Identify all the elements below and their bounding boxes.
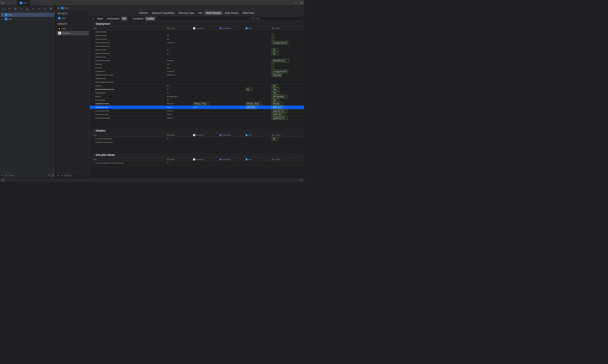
build-setting-row[interactable]: Targeted Device Families iPhone, iPad⌃⌄ … bbox=[90, 102, 304, 105]
remove-target-button[interactable]: − bbox=[61, 174, 63, 177]
build-setting-row[interactable]: ▶iOS Deployment Target iOS 13.0⌃⌄ iOS 13… bbox=[90, 105, 304, 109]
build-setting-row[interactable]: Alternate Install Group staff bbox=[90, 34, 304, 37]
tab-general[interactable]: General bbox=[138, 11, 150, 15]
jump-bar-item[interactable]: Runner bbox=[65, 7, 68, 9]
display-combined[interactable]: Combined bbox=[131, 17, 145, 20]
tab-info[interactable]: Info bbox=[197, 11, 204, 15]
filter-icon[interactable] bbox=[65, 174, 65, 177]
build-setting-row[interactable]: ▶macOS Deployment Target macOS 13.1⌃⌄ ma… bbox=[90, 109, 304, 113]
svg-point-16 bbox=[27, 9, 27, 10]
build-setting-row[interactable]: DriverKit Deployment Target DriverKit 22… bbox=[90, 59, 304, 63]
scm-filter-pill[interactable] bbox=[5, 174, 8, 177]
scope-all[interactable]: All bbox=[121, 17, 127, 20]
debug-navigator-icon[interactable] bbox=[37, 7, 41, 11]
build-setting-row[interactable]: watchOS Deployment Target watchOS 9.1⌃⌄ … bbox=[90, 116, 304, 120]
scope-basic[interactable]: Basic bbox=[96, 17, 105, 20]
disclosure-icon[interactable]: ▶ bbox=[2, 14, 4, 16]
source-control-navigator-icon[interactable] bbox=[7, 7, 12, 11]
add-button[interactable]: + bbox=[1, 174, 4, 177]
section-header[interactable]: Info.plist Values bbox=[90, 153, 304, 157]
app-icon bbox=[61, 7, 64, 9]
add-build-setting-button[interactable]: + bbox=[92, 17, 95, 20]
tree-item-runner[interactable]: ▶ Runner bbox=[1, 13, 55, 17]
toggle-left-panel-button[interactable] bbox=[0, 1, 5, 5]
enable-code-review-button[interactable] bbox=[293, 1, 298, 5]
scope-customized[interactable]: Customized bbox=[105, 17, 121, 20]
col-project: ▶Runner bbox=[245, 158, 272, 160]
build-setting-row[interactable]: Alternate Install Owner julia bbox=[90, 37, 304, 41]
build-setting-row[interactable]: Alternate Permissions Files bbox=[90, 45, 304, 48]
target-item-runneruitests[interactable]: RunnerUITests bbox=[57, 31, 89, 36]
toggle-debug-area-button[interactable] bbox=[300, 179, 303, 181]
symbol-navigator-icon[interactable] bbox=[13, 7, 18, 11]
build-setting-row[interactable]: Strip Style Non-Global Symbols⌃⌄ All Sym… bbox=[90, 95, 304, 98]
tab-build-rules[interactable]: Build Rules bbox=[241, 11, 256, 15]
build-setting-row[interactable]: Skip Install Yes⌃⌄ No⌃⌄ bbox=[90, 84, 304, 88]
find-navigator-icon[interactable] bbox=[19, 7, 24, 11]
build-setting-row[interactable]: Installation Build Products Location /tm… bbox=[90, 73, 304, 77]
nav-back-button[interactable] bbox=[7, 1, 11, 5]
app-icon bbox=[5, 13, 8, 16]
columns-header: Setting ✓Resolved ▭RunnerUITests ⚙Config… bbox=[90, 157, 304, 161]
build-setting-row[interactable]: Installation Directory bbox=[90, 77, 304, 80]
build-setting-row[interactable]: Strip Debug Symbols During Copy No⌃⌄ No⌃… bbox=[90, 88, 304, 91]
build-setting-row[interactable]: Alternate Install Permissions u+w,go-w,a… bbox=[90, 41, 304, 45]
disclosure-icon[interactable]: ▶ bbox=[2, 18, 4, 20]
display-levels[interactable]: Levels bbox=[145, 17, 155, 20]
svg-rect-0 bbox=[1, 2, 4, 4]
build-setting-row[interactable]: Deployment Location No⌃⌄ No⌃⌄ bbox=[90, 48, 304, 52]
project-editor-content: General Signing & Capabilities Resource … bbox=[90, 10, 304, 178]
col-default: ○iOS Default bbox=[272, 158, 298, 160]
nav-forward-button[interactable] bbox=[11, 1, 16, 5]
col-default: ○iOS Default bbox=[272, 27, 298, 29]
report-navigator-icon[interactable] bbox=[48, 7, 53, 11]
build-setting-row[interactable]: Run unifdef on Product Headers No⌃⌄ No⌃⌄ bbox=[90, 137, 304, 141]
build-setting-row[interactable]: tvOS Deployment Target tvOS 16.1⌃⌄ tvOS … bbox=[90, 113, 304, 116]
target-item-label: RunnerUITests bbox=[62, 33, 70, 34]
col-resolved: ✓Resolved bbox=[167, 27, 193, 29]
app-target-icon: 🔥 bbox=[58, 27, 61, 30]
tab-build-settings[interactable]: Build Settings bbox=[204, 11, 223, 15]
build-settings-search-input[interactable] bbox=[255, 17, 301, 20]
section-header[interactable]: Deployment bbox=[90, 22, 304, 26]
build-setting-row[interactable]: Development Assets bbox=[90, 55, 304, 59]
project-item-runner[interactable]: Runner bbox=[57, 16, 89, 20]
build-setting-row[interactable]: Unifdef Flags for Product Headers bbox=[90, 141, 304, 144]
debug-area-icon[interactable] bbox=[1, 179, 4, 181]
build-setting-row[interactable]: Install Permissions u+w,go-w,a+rX u+w,go… bbox=[90, 70, 304, 73]
tab-build-phases[interactable]: Build Phases bbox=[223, 11, 240, 15]
recent-filter-icon[interactable] bbox=[48, 174, 51, 177]
project-navigator-icon[interactable] bbox=[1, 7, 6, 11]
toggle-editor-layout-button[interactable] bbox=[299, 1, 304, 5]
issue-navigator-icon[interactable] bbox=[25, 7, 30, 11]
build-setting-row[interactable]: Strip Linked Product Yes⌃⌄ Yes⌃⌄ bbox=[90, 91, 304, 95]
svg-point-7 bbox=[10, 9, 10, 10]
tree-item-pods[interactable]: ▶ Pods bbox=[1, 17, 55, 21]
build-settings-grid[interactable]: Deployment Setting ✓Resolved ▭RunnerUITe… bbox=[90, 22, 304, 178]
col-resolved: ✓Resolved bbox=[167, 158, 193, 160]
navigator-selector-bar bbox=[0, 6, 55, 12]
test-navigator-icon[interactable] bbox=[31, 7, 36, 11]
target-item-runner[interactable]: 🔥 Runner bbox=[57, 26, 89, 31]
build-setting-row[interactable]: Deployment Postprocessing No⌃⌄ No⌃⌄ bbox=[90, 52, 304, 55]
tab-signing[interactable]: Signing & Capabilities bbox=[150, 11, 176, 15]
build-setting-row[interactable]: Install Group staff bbox=[90, 63, 304, 66]
project-tree: ▶ Runner ▶ Pods bbox=[0, 12, 55, 173]
build-settings-search bbox=[250, 17, 302, 20]
build-setting-row[interactable]: Additional Strip Flags bbox=[90, 30, 304, 34]
navigator-filter-input[interactable] bbox=[9, 174, 47, 177]
section-header[interactable]: Headers bbox=[90, 128, 304, 133]
related-items-icon[interactable] bbox=[57, 7, 60, 10]
build-setting-row[interactable]: Resources Targeted Device Family bbox=[90, 80, 304, 84]
svg-text:▶: ▶ bbox=[21, 2, 22, 3]
build-setting-row[interactable]: Strip Swift Symbols Yes⌃⌄ Yes⌃⌄ bbox=[90, 98, 304, 102]
breakpoint-navigator-icon[interactable] bbox=[42, 7, 47, 11]
editor-area: Runner PROJECT Runner TARGETS 🔥 Runner R… bbox=[56, 6, 304, 178]
add-target-button[interactable]: + bbox=[57, 174, 60, 177]
project-section-label: PROJECT bbox=[56, 10, 90, 16]
document-tab-runner[interactable]: ▶ Runner bbox=[17, 0, 30, 6]
build-setting-row[interactable]: Install Owner julia bbox=[90, 66, 304, 70]
tab-resource-tags[interactable]: Resource Tags bbox=[177, 11, 196, 15]
build-setting-row[interactable]: App Can Run Independently of Companion i… bbox=[90, 161, 304, 165]
scope-filter-icon[interactable] bbox=[52, 174, 54, 177]
